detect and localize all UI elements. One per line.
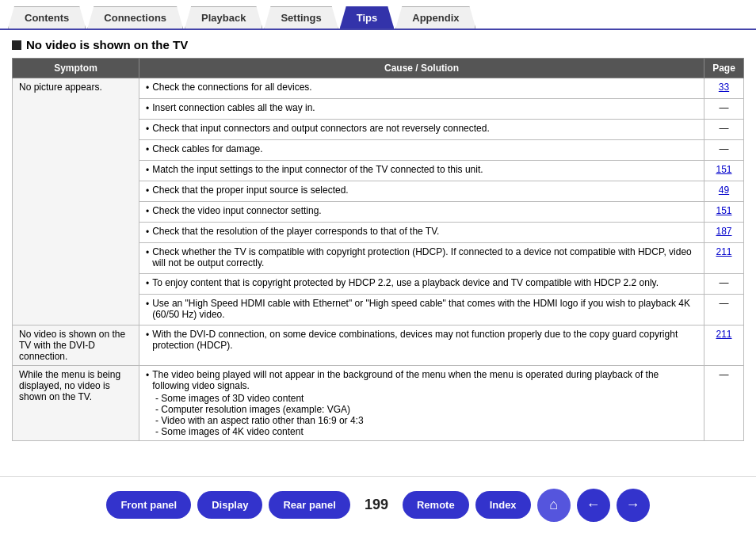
cause-cell: •With the DVI-D connection, on some devi…: [139, 326, 704, 366]
cause-cell: •Check whether the TV is compatible with…: [139, 243, 704, 274]
page-cell: —: [704, 274, 744, 295]
page-cell[interactable]: 211: [704, 243, 744, 274]
cause-cell: •Check the video input connector setting…: [139, 202, 704, 223]
page-cell[interactable]: 151: [704, 202, 744, 223]
forward-btn[interactable]: →: [617, 489, 650, 522]
tab-playback[interactable]: Playback: [185, 6, 262, 29]
section-bullet-icon: [12, 40, 21, 50]
table-row: No video is shown on the TV with the DVI…: [13, 326, 744, 366]
symptom-cell: No picture appears.: [13, 78, 139, 326]
col-header-page: Page: [704, 59, 744, 78]
back-btn[interactable]: ←: [577, 489, 610, 522]
cause-cell: •Check that the proper input source is s…: [139, 181, 704, 202]
page-cell: —: [704, 140, 744, 161]
col-header-symptom: Symptom: [13, 59, 139, 78]
cause-cell: •The video being played will not appear …: [139, 366, 704, 441]
symptom-cell: While the menu is being displayed, no vi…: [13, 366, 139, 441]
table-row: While the menu is being displayed, no vi…: [13, 366, 744, 441]
cause-cell: •Check that the resolution of the player…: [139, 223, 704, 243]
troubleshoot-table: Symptom Cause / Solution Page No picture…: [12, 58, 744, 441]
tab-connections[interactable]: Connections: [87, 6, 183, 29]
page-cell: —: [704, 295, 744, 326]
page-cell[interactable]: 151: [704, 161, 744, 181]
col-header-cause: Cause / Solution: [139, 59, 704, 78]
cause-cell: •Check that input connectors and output …: [139, 120, 704, 140]
home-btn[interactable]: ⌂: [537, 489, 571, 522]
remote-btn[interactable]: Remote: [403, 491, 469, 519]
page-cell[interactable]: 187: [704, 223, 744, 243]
tab-contents[interactable]: Contents: [8, 6, 86, 29]
tab-appendix[interactable]: Appendix: [395, 6, 475, 29]
display-btn[interactable]: Display: [197, 491, 262, 519]
front-panel-btn[interactable]: Front panel: [106, 491, 191, 519]
page-cell: —: [704, 120, 744, 140]
main-content: No video is shown on the TV Symptom Caus…: [0, 30, 756, 449]
table-row: No picture appears.•Check the connection…: [13, 78, 744, 99]
tab-settings[interactable]: Settings: [264, 6, 338, 29]
cause-cell: •Check cables for damage.: [139, 140, 704, 161]
page-cell[interactable]: 33: [704, 78, 744, 99]
index-btn[interactable]: Index: [475, 491, 531, 519]
tab-tips[interactable]: Tips: [340, 6, 395, 29]
tab-navigation: Contents Connections Playback Settings T…: [0, 0, 756, 30]
page-cell[interactable]: 211: [704, 326, 744, 366]
section-title: No video is shown on the TV: [12, 38, 744, 51]
cause-cell: •To enjoy content that is copyright prot…: [139, 274, 704, 295]
bottom-navigation: Front panel Display Rear panel 199 Remot…: [0, 476, 756, 533]
page-number: 199: [357, 497, 396, 513]
page-cell: —: [704, 366, 744, 441]
cause-cell: •Insert connection cables all the way in…: [139, 99, 704, 120]
rear-panel-btn[interactable]: Rear panel: [269, 491, 349, 519]
symptom-cell: No video is shown on the TV with the DVI…: [13, 326, 139, 366]
cause-cell: •Match the input settings to the input c…: [139, 161, 704, 181]
page-cell: —: [704, 99, 744, 120]
cause-cell: •Check the connections for all devices.: [139, 78, 704, 99]
page-cell[interactable]: 49: [704, 181, 744, 202]
cause-cell: •Use an "High Speed HDMI cable with Ethe…: [139, 295, 704, 326]
